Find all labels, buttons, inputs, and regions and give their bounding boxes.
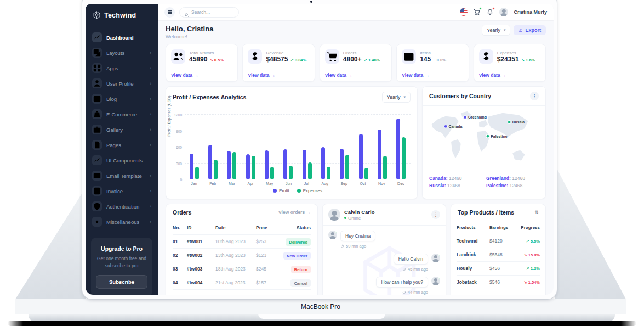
sidebar-item-pages[interactable]: Pages › [86,138,158,152]
view-data-link[interactable]: View data → [320,69,391,81]
table-row: Landrick$5648↘ 15.8% [457,248,540,262]
country-stat: Canada: 12468 [429,176,482,181]
orders-table-body: 01#tw00110th Aug 2023$253 Delivered 02#t… [173,235,311,290]
laptop-shadow [8,321,636,326]
sidebar-item-layouts[interactable]: Layouts › [86,46,158,60]
chart-period-select[interactable]: Yearly ▾ [382,92,411,103]
chart-bars [185,115,411,179]
cart-icon[interactable] [473,8,481,16]
view-orders-link[interactable]: View orders → [278,210,311,215]
laptop-base-notch [258,314,385,319]
stat-card-total-visitors: Total Visitors 45890 ↘ 0.5% View data → [166,44,238,82]
chevron-right-icon: › [150,50,151,55]
device-label: MacBook Pro [301,303,340,311]
chat-message: Hello Calvin 45 min ago [328,254,440,272]
sidebar-item-miscellaneous[interactable]: Miscellaneous › [86,215,158,229]
table-row: Jobstack$546↘ 1.54% [457,276,540,289]
brand[interactable]: Techwind [86,4,158,24]
sidebar-item-dashboard[interactable]: Dashboard › [86,30,158,44]
bar-expenses-nov [383,156,387,179]
users-icon [171,49,185,64]
sidebar-item-blog[interactable]: Blog › [86,92,158,106]
message-bubble: How can i help you? [376,277,428,288]
sort-icon[interactable]: ⇅ [534,210,539,215]
bar-profit-apr [246,154,250,179]
products-table-body: Techwind$4120↗ 5.5% Landrick$5648↘ 15.8%… [457,234,540,289]
customers-by-country-card: Customers by Country ⋮ [422,86,546,199]
bar-profit-mar [227,151,231,179]
search-input[interactable] [191,9,234,15]
sidebar-item-user-profile[interactable]: User Profile › [86,76,158,91]
view-data-link[interactable]: View data → [474,69,545,81]
bottom-row: Orders View orders → No.IDDatePriceStatu… [166,204,546,295]
image-icon [92,94,102,104]
chat-message: Hey Cristina 59 min ago [328,231,440,249]
status-badge: Cancel [290,279,311,287]
upload-icon [518,28,523,32]
kebab-menu-icon[interactable]: ⋮ [530,92,539,100]
products-table-header: ProductsEarningsProgress [457,221,540,234]
message-avatar [431,277,440,285]
chat-status: Online [344,216,374,221]
message-bubble: Hello Calvin [394,254,428,265]
table-row: 03#tw00318th Aug 2023$245 Return [173,262,311,276]
bar-expenses-oct [364,168,368,179]
notifications-bell-icon[interactable] [486,8,494,16]
cart-icon [325,49,339,64]
export-button[interactable]: Export [514,25,546,35]
country-stats: Canada: 12468 Greenland: 12468 Russia: 1… [423,173,545,193]
mid-row: Profit / Expenses Analytics Yearly ▾ Pro… [166,86,546,199]
arrow-right-icon: → [347,72,352,78]
sidebar-item-e-commerce[interactable]: E-Commerce › [86,107,158,121]
view-data-link[interactable]: View data → [397,69,468,81]
stat-card-expenses: Expenses $24351 ↘ 1.6% View data → [474,44,546,82]
view-data-link[interactable]: View data → [166,69,237,81]
chart-legend: ProfitExpenses [185,188,411,193]
bar-expenses-sep [345,155,349,179]
svg-text:Russia: Russia [512,120,525,124]
subscribe-button[interactable]: Subscribe [96,275,147,289]
dashboard-app: Techwind Dashboard › Layouts › Apps › Us… [86,4,554,295]
page-title: Hello, Cristina [166,25,213,33]
chat-messages: Hey Cristina 59 min ago Hello Calvin 45 … [323,226,446,295]
stats-row: Total Visitors 45890 ↘ 0.5% View data → … [166,44,546,82]
bar-expenses-aug [327,167,330,179]
file-icon [92,140,102,150]
content: Hello, Cristina Welcome! Yearly ▾ Export [158,20,554,295]
bar-profit-jul [303,150,306,179]
chevron-right-icon: › [150,173,151,178]
period-select[interactable]: Yearly ▾ [482,25,510,36]
sidebar: Techwind Dashboard › Layouts › Apps › Us… [86,4,158,295]
user-name[interactable]: Cristina Murfy [514,9,547,15]
online-dot [344,217,346,219]
x-axis-labels: JanFebMarAprMayJunJulAugSepOctNovDec [185,182,411,186]
kebab-menu-icon[interactable]: ⋮ [431,210,440,219]
sidebar-item-gallery[interactable]: Gallery › [86,122,158,137]
user-avatar[interactable] [499,8,508,16]
clock-icon [402,290,406,294]
view-data-link[interactable]: View data → [243,69,314,81]
sidebar-item-ui-components[interactable]: UI Components › [86,153,158,167]
sidebar-item-email-template[interactable]: Email Template › [86,168,158,183]
sidebar-item-authentication[interactable]: Authentication › [86,199,158,213]
invoice-icon [92,186,102,196]
brand-name: Techwind [104,12,136,19]
arrow-right-icon: → [306,210,311,215]
svg-text:Palestine: Palestine [491,134,507,138]
sidebar-item-invoice[interactable]: Invoice › [86,184,158,198]
bar-expenses-apr [252,156,255,179]
bar-expenses-mar [232,152,236,179]
status-badge: New Order [283,252,311,260]
table-row: 04#tw00421st Aug 2023$157 Cancel [173,276,311,290]
legend-profit: Profit [273,188,289,193]
profit-expenses-chart-card: Profit / Expenses Analytics Yearly ▾ Pro… [166,86,418,199]
language-flag-icon[interactable] [460,8,468,16]
bar-expenses-jan [195,167,199,179]
layers-icon [92,48,102,58]
bar-profit-jun [283,149,287,179]
webcam [310,1,312,3]
sidebar-item-apps[interactable]: Apps › [86,61,158,75]
upgrade-title: Upgrade to Pro [96,245,147,252]
bar-expenses-jun [289,166,293,179]
hamburger-menu-icon[interactable] [164,7,175,18]
